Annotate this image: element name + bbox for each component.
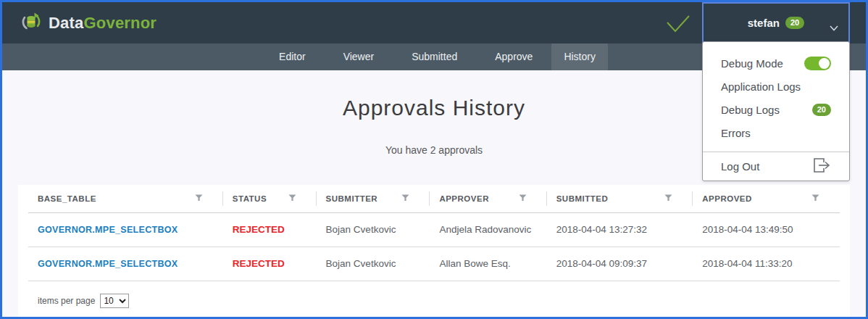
submitter-value: Bojan Cvetkovic — [317, 212, 430, 246]
approved-value: 2018-04-04 13:49:50 — [693, 212, 840, 246]
menu-item-label: Debug Mode — [721, 57, 783, 70]
filter-icon[interactable] — [811, 194, 819, 203]
database-sync-icon — [20, 11, 42, 36]
filter-icon[interactable] — [664, 194, 672, 203]
pagination-bar: items per page 10 — [28, 281, 840, 308]
status-value: REJECTED — [223, 212, 317, 246]
base-table-link[interactable]: GOVERNOR.MPE_SELECTBOX — [28, 246, 223, 281]
menu-item-application-logs[interactable]: Application Logs — [703, 75, 849, 98]
user-badge: 20 — [785, 17, 804, 29]
items-per-page-select[interactable]: 10 — [100, 294, 129, 308]
column-header-approved: APPROVED — [693, 185, 840, 212]
submitted-value: 2018-04-04 13:27:32 — [547, 212, 693, 246]
user-name: stefan — [748, 17, 780, 29]
approver-value: Allan Bowe Esq. — [430, 246, 546, 281]
debug-mode-toggle[interactable] — [804, 57, 831, 70]
column-label: APPROVER — [439, 194, 489, 203]
filter-icon[interactable] — [401, 194, 409, 203]
brand-name: DataGovernor — [49, 14, 157, 33]
menu-item-debug-mode[interactable]: Debug Mode — [703, 51, 849, 75]
check-icon — [665, 14, 691, 37]
table-row: GOVERNOR.MPE_SELECTBOX REJECTED Bojan Cv… — [28, 212, 840, 246]
approver-value: Andjela Radovanovic — [430, 212, 546, 246]
approvals-table: BASE_TABLE STATUS SUBMITTER APPROVER SUB… — [28, 185, 840, 281]
menu-item-debug-logs[interactable]: Debug Logs 20 — [703, 98, 849, 121]
column-header-status: STATUS — [223, 185, 317, 212]
column-header-base-table: BASE_TABLE — [28, 185, 223, 212]
menu-item-label: Application Logs — [721, 80, 801, 93]
toggle-knob — [819, 58, 830, 69]
user-menu-button[interactable]: stefan 20 — [702, 2, 850, 43]
user-dropdown-menu: Debug Mode Application Logs Debug Logs 2… — [702, 41, 850, 181]
logout-icon — [812, 157, 831, 176]
brand-logo: DataGovernor — [20, 11, 157, 36]
menu-item-log-out[interactable]: Log Out — [703, 152, 849, 181]
filter-icon[interactable] — [519, 194, 527, 203]
submitter-value: Bojan Cvetkovic — [317, 246, 430, 281]
table-row: GOVERNOR.MPE_SELECTBOX REJECTED Bojan Cv… — [28, 246, 840, 281]
debug-logs-badge: 20 — [812, 104, 831, 116]
column-label: APPROVED — [702, 194, 752, 203]
menu-item-label: Debug Logs — [721, 104, 780, 116]
menu-item-label: Errors — [721, 127, 751, 139]
items-per-page-label: items per page — [38, 296, 95, 306]
menu-item-errors[interactable]: Errors — [703, 121, 849, 144]
tab-approve[interactable]: Approve — [483, 44, 545, 70]
approved-value: 2018-04-04 11:33:20 — [693, 246, 840, 281]
status-value: REJECTED — [223, 246, 317, 281]
menu-item-label: Log Out — [721, 160, 759, 173]
column-label: BASE_TABLE — [38, 194, 96, 203]
base-table-link[interactable]: GOVERNOR.MPE_SELECTBOX — [28, 212, 223, 246]
brand-name-part1: Data — [49, 14, 84, 32]
submitted-value: 2018-04-04 09:09:37 — [547, 246, 693, 281]
table-header-row: BASE_TABLE STATUS SUBMITTER APPROVER SUB… — [28, 185, 840, 212]
brand-name-part2: Governor — [84, 14, 157, 32]
filter-icon[interactable] — [288, 194, 296, 203]
chevron-down-icon — [830, 21, 838, 34]
tab-editor[interactable]: Editor — [267, 44, 318, 70]
column-label: SUBMITTER — [326, 194, 378, 203]
filter-icon[interactable] — [195, 194, 203, 203]
column-header-submitter: SUBMITTER — [317, 185, 430, 212]
tab-submitted[interactable]: Submitted — [399, 44, 470, 70]
column-header-approver: APPROVER — [430, 185, 546, 212]
approvals-table-card: BASE_TABLE STATUS SUBMITTER APPROVER SUB… — [18, 185, 850, 317]
tab-history[interactable]: History — [551, 44, 608, 70]
column-header-submitted: SUBMITTED — [547, 185, 693, 212]
column-label: STATUS — [233, 194, 267, 203]
column-label: SUBMITTED — [556, 194, 609, 203]
tab-viewer[interactable]: Viewer — [331, 44, 387, 70]
